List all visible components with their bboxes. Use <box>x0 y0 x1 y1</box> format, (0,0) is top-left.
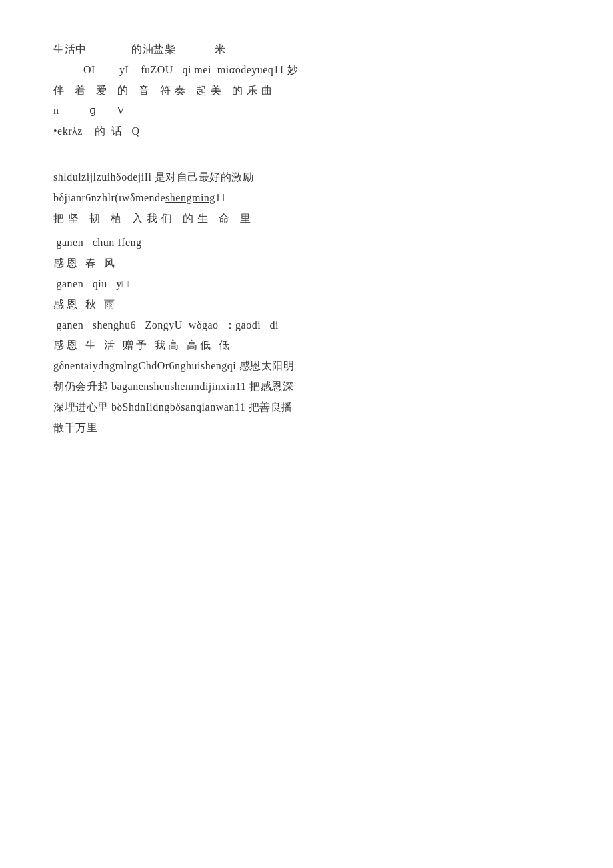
line-17: 深埋进心里 bδShdnIidngbδsanqianwan11 把善良播 <box>53 398 560 417</box>
line-14: 感恩 生 活 赠予 我高 高低 低 <box>53 336 560 355</box>
line-16: 朝仍会升起 baganenshenshenmdijinxin11 把感恩深 <box>53 377 560 397</box>
section-1: 生活中 的油盐柴 米 OI yI fuZOU qi mei miαodeyueq… <box>53 40 560 141</box>
section-2: shldulzijlzuihδodejiIi 是对自己最好的激励 bδjianr… <box>53 168 560 437</box>
line-12: 感恩 秋 雨 <box>53 295 560 315</box>
line-8: 把坚 韧 植 入我们 的生 命 里 <box>53 209 560 229</box>
line-5: •ekrλz 的 话 Q <box>53 122 560 141</box>
line-18: 散千万里 <box>53 419 560 438</box>
line-11: ganen qiu y□ <box>53 275 560 294</box>
line-7: bδjianr6nzhlr(ιwδmendeshengming11 <box>53 189 560 208</box>
page-content: 生活中 的油盐柴 米 OI yI fuZOU qi mei miαodeyueq… <box>53 40 560 437</box>
line-1: 生活中 的油盐柴 米 <box>53 40 560 59</box>
line-3: 伴 着 爱 的 音 符奏 起美 的乐曲 <box>53 81 560 101</box>
line-2: OI yI fuZOU qi mei miαodeyueq11 妙 <box>53 61 560 80</box>
line-15: gδnentaiydngmlngChdOr6nghuishengqi 感恩太阳明 <box>53 357 560 376</box>
line-10: 感恩 春 风 <box>53 254 560 273</box>
line-6: shldulzijlzuihδodejiIi 是对自己最好的激励 <box>53 168 560 187</box>
line-9: ganen chun Ifeng <box>53 233 560 253</box>
line-13: ganen shenghu6 ZongyU wδgao ：gaodi di <box>53 316 560 335</box>
line-4: n ɡ V <box>53 101 560 121</box>
